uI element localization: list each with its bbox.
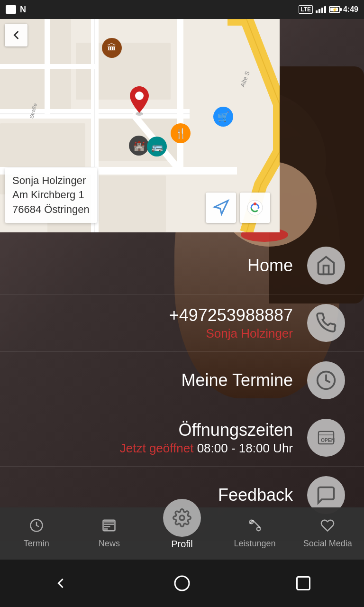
home-title: Home [247, 256, 293, 276]
svg-rect-34 [297, 577, 310, 590]
svg-point-33 [175, 576, 189, 590]
phone-icon-circle [307, 304, 345, 342]
home-system-button[interactable] [168, 569, 196, 598]
map-place-shop: 🛒 [213, 107, 233, 127]
home-icon-circle [307, 247, 345, 285]
status-right-icons: LTE ⚡ 4:49 [299, 5, 358, 14]
offnungszeiten-title: Öffnungszeiten [120, 420, 293, 440]
map-place-restaurant: 🍴 [171, 123, 191, 143]
menu-item-phone[interactable]: +497253988887 Sonja Holzinger [0, 294, 364, 351]
nav-item-termin[interactable]: Termin [0, 518, 73, 549]
svg-rect-2 [76, 43, 171, 100]
termine-title: Meine Termine [182, 370, 293, 390]
map-place-museum: 🏛 [102, 38, 122, 58]
signal-icon [316, 6, 326, 13]
open-hours: 08:00 - 18:00 Uhr [193, 441, 293, 455]
status-left-icons: N [6, 5, 26, 15]
map-place-bus: 🚌 [147, 137, 167, 156]
system-nav [0, 560, 364, 607]
svg-point-20 [247, 200, 263, 215]
menu-item-home[interactable]: Home [0, 237, 364, 294]
menu-item-termine[interactable]: Meine Termine [0, 352, 364, 409]
back-system-button[interactable] [46, 569, 75, 598]
news-nav-icon [102, 518, 116, 536]
feedback-title: Feedback [218, 485, 293, 505]
termine-icon-circle [307, 361, 345, 399]
map-address: Sonja Holzinger Am Kirchberg 1 76684 Öst… [5, 168, 97, 223]
back-button[interactable] [5, 24, 27, 46]
social-nav-icon [320, 518, 335, 536]
svg-line-31 [253, 520, 260, 528]
phone-number: +497253988887 [169, 305, 293, 325]
nav-item-leistungen[interactable]: Leistungen [218, 518, 291, 549]
social-nav-label: Social Media [303, 539, 352, 549]
recents-system-button[interactable] [289, 569, 318, 598]
phone-name: Sonja Holzinger [169, 326, 293, 341]
leistungen-nav-label: Leistungen [234, 539, 276, 549]
news-nav-label: News [99, 539, 120, 549]
lte-icon: LTE [299, 5, 313, 14]
bottom-nav: Termin News Profil [0, 507, 364, 560]
profil-gear-circle [163, 499, 201, 537]
offnungszeiten-text: Öffnungszeiten Jetzt geöffnet 08:00 - 18… [120, 420, 293, 456]
sd-card-icon [6, 5, 16, 14]
nav-item-news[interactable]: News [73, 518, 146, 549]
menu-item-offnungszeiten[interactable]: Öffnungszeiten Jetzt geöffnet 08:00 - 18… [0, 409, 364, 466]
svg-point-21 [254, 202, 256, 205]
open-icon-circle: OPEN [307, 419, 345, 457]
map-place-castle: 🏰 [129, 136, 149, 156]
status-bar: N LTE ⚡ 4:49 [0, 0, 364, 19]
directions-button[interactable] [206, 193, 236, 223]
feedback-text: Feedback [218, 485, 293, 505]
svg-marker-19 [215, 201, 228, 214]
nav-item-social[interactable]: Social Media [291, 518, 364, 549]
content-overlay: Straße Alte S 🏛 🏰 🍴 🛒 🚌 Sonja Holzinger [0, 19, 364, 528]
profil-nav-label: Profil [171, 539, 193, 550]
termin-nav-label: Termin [24, 539, 49, 549]
notification-icon: N [20, 5, 26, 15]
svg-text:OPEN: OPEN [321, 438, 335, 443]
map-section: Straße Alte S 🏛 🏰 🍴 🛒 🚌 Sonja Holzinger [0, 19, 280, 232]
home-text: Home [247, 256, 293, 276]
nav-item-profil[interactable]: Profil [146, 499, 218, 550]
map-nav-buttons [206, 193, 270, 223]
leistungen-nav-icon [248, 518, 262, 536]
svg-point-28 [180, 515, 184, 520]
menu-section: Home +497253988887 Sonja Holzinger [0, 232, 364, 528]
clock: 4:49 [343, 5, 358, 14]
google-maps-button[interactable] [240, 193, 270, 223]
svg-point-18 [135, 92, 144, 100]
open-status: Jetzt geöffnet [120, 441, 194, 455]
map-pin [128, 85, 151, 118]
termin-nav-icon [29, 518, 44, 536]
offnungszeiten-hours: Jetzt geöffnet 08:00 - 18:00 Uhr [120, 441, 293, 456]
termine-text: Meine Termine [182, 370, 293, 390]
battery-icon: ⚡ [329, 6, 340, 13]
phone-text: +497253988887 Sonja Holzinger [169, 305, 293, 341]
